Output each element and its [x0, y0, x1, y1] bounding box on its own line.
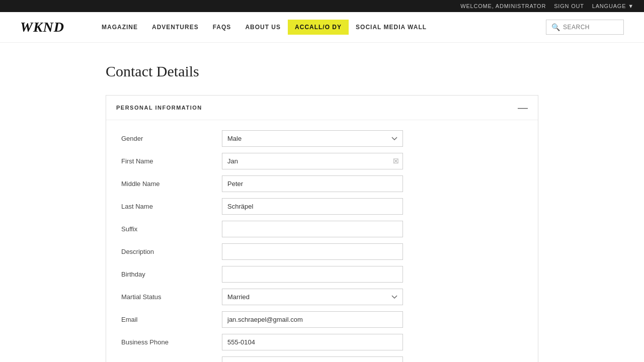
marital-status-row: Martial Status Single Married Divorced W… — [121, 289, 523, 305]
description-field — [222, 243, 403, 260]
personal-section-title: PERSONAL INFORMATION — [116, 105, 202, 111]
marital-status-label: Martial Status — [121, 293, 222, 301]
business-phone-row: Business Phone — [121, 334, 523, 350]
page-content: Contact Details PERSONAL INFORMATION — G… — [96, 63, 548, 362]
last-name-field — [222, 198, 403, 215]
header: WKND MAGAZINE ADVENTURES FAQS ABOUT US A… — [0, 12, 644, 43]
home-phone-input[interactable] — [222, 356, 403, 362]
first-name-label: First Name — [121, 157, 222, 165]
email-field — [222, 311, 403, 328]
home-phone-field — [222, 356, 403, 362]
gender-label: Gender — [121, 135, 222, 142]
home-phone-row: Home Phone — [121, 356, 523, 362]
nav-faqs[interactable]: FAQS — [206, 20, 238, 35]
first-name-field: ☒ — [222, 153, 403, 169]
search-icon: 🔍 — [551, 23, 560, 31]
gender-select[interactable]: Male Female Other — [222, 130, 403, 147]
email-row: Email — [121, 311, 523, 328]
business-phone-input[interactable] — [222, 334, 403, 350]
main-nav: MAGAZINE ADVENTURES FAQS ABOUT US ACCALL… — [95, 20, 536, 35]
middle-name-label: Middle Name — [121, 180, 222, 188]
last-name-label: Last Name — [121, 203, 222, 210]
signout-link[interactable]: SIGN OUT — [554, 3, 584, 9]
nav-magazine[interactable]: MAGAZINE — [95, 20, 145, 35]
language-label: LANGUAGE — [592, 3, 626, 9]
personal-information-section: PERSONAL INFORMATION — Gender Male Femal… — [106, 95, 538, 362]
birthday-row: Birthday — [121, 266, 523, 283]
personal-section-body: Gender Male Female Other First Name ☒ — [106, 120, 538, 362]
personal-section-header[interactable]: PERSONAL INFORMATION — — [106, 96, 538, 120]
welcome-text: WELCOME, ADMINISTRATOR — [460, 3, 546, 9]
middle-name-input[interactable] — [222, 175, 403, 192]
description-input[interactable] — [222, 243, 403, 260]
last-name-row: Last Name — [121, 198, 523, 215]
top-bar: WELCOME, ADMINISTRATOR SIGN OUT LANGUAGE… — [0, 0, 644, 12]
birthday-label: Birthday — [121, 270, 222, 278]
middle-name-field — [222, 175, 403, 192]
nav-adventures[interactable]: ADVENTURES — [145, 20, 206, 35]
birthday-field — [222, 266, 403, 283]
chevron-down-icon: ▼ — [628, 3, 634, 9]
marital-status-field[interactable]: Single Married Divorced Widowed — [222, 289, 403, 305]
page-title: Contact Details — [106, 63, 538, 80]
email-label: Email — [121, 316, 222, 323]
description-row: Description — [121, 243, 523, 260]
birthday-input[interactable] — [222, 266, 403, 283]
collapse-icon[interactable]: — — [518, 103, 528, 113]
first-name-wrapper: ☒ — [222, 153, 403, 169]
suffix-row: Suffix — [121, 221, 523, 237]
gender-field[interactable]: Male Female Other — [222, 130, 403, 147]
description-label: Description — [121, 248, 222, 255]
nav-about-us[interactable]: ABOUT US — [238, 20, 288, 35]
suffix-label: Suffix — [121, 225, 222, 233]
language-selector[interactable]: LANGUAGE ▼ — [592, 3, 634, 9]
business-phone-label: Business Phone — [121, 338, 222, 346]
suffix-input[interactable] — [222, 221, 403, 237]
first-name-input[interactable] — [222, 153, 403, 169]
business-phone-field — [222, 334, 403, 350]
search-box[interactable]: 🔍 — [546, 20, 624, 35]
email-input[interactable] — [222, 311, 403, 328]
nav-accall[interactable]: ACCALL/O DY — [288, 20, 349, 35]
marital-status-select[interactable]: Single Married Divorced Widowed — [222, 289, 403, 305]
last-name-input[interactable] — [222, 198, 403, 215]
nav-social-media-wall[interactable]: SOCIAL MEDIA WALL — [349, 20, 434, 35]
first-name-row: First Name ☒ — [121, 153, 523, 169]
logo[interactable]: WKND — [20, 19, 64, 35]
middle-name-row: Middle Name — [121, 175, 523, 192]
suffix-field — [222, 221, 403, 237]
gender-row: Gender Male Female Other — [121, 130, 523, 147]
search-input[interactable] — [563, 24, 618, 31]
